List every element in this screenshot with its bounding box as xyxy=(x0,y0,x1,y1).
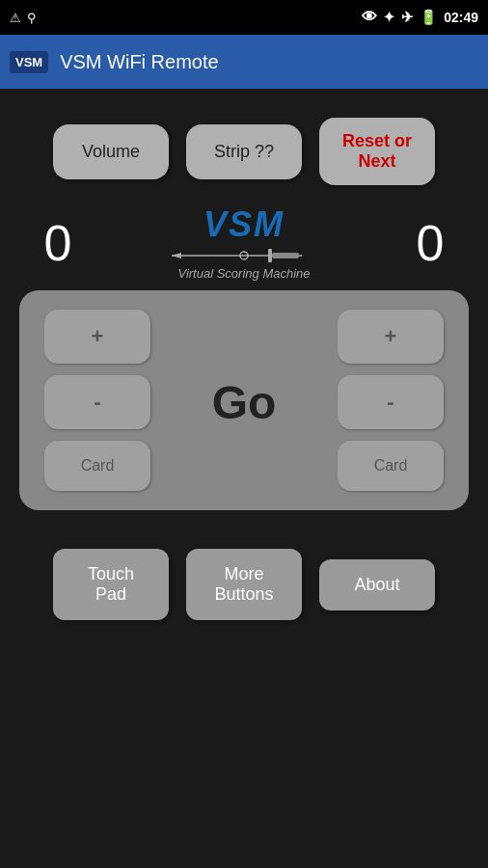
timer-center: ·:-- xyxy=(160,453,328,478)
vsm-tagline: Virtual Scoring Machine xyxy=(177,266,310,281)
signal-icon: ⚠ xyxy=(10,11,21,25)
score-row: 0 VSM Virtual Scoring Machine 0 xyxy=(19,204,469,281)
right-minus-side: - xyxy=(328,375,453,429)
top-buttons-row: Volume Strip ?? Reset or Next xyxy=(53,118,435,185)
left-score: 0 xyxy=(29,214,87,272)
vsm-logo: VSM Virtual Scoring Machine xyxy=(87,204,401,281)
right-score: 0 xyxy=(401,214,459,272)
svg-marker-3 xyxy=(172,253,181,258)
panel-go-center[interactable]: Go xyxy=(160,376,328,429)
timer-display: ·:-- xyxy=(231,453,258,478)
app-logo: VSM xyxy=(10,51,48,73)
go-button[interactable]: Go xyxy=(212,376,277,429)
card-timer-row: Card ·:-- Card xyxy=(35,441,453,491)
left-plus-button[interactable]: + xyxy=(44,310,150,364)
airplane-icon: ✈ xyxy=(401,9,414,26)
reset-or-next-button[interactable]: Reset or Next xyxy=(319,118,435,185)
plus-row: + + xyxy=(35,310,453,364)
left-minus-button[interactable]: - xyxy=(44,375,150,429)
app-title: VSM WiFi Remote xyxy=(60,51,218,73)
more-buttons-button[interactable]: More Buttons xyxy=(186,549,302,620)
sword-icon xyxy=(167,245,321,266)
battery-icon: 🔋 xyxy=(420,9,438,26)
svg-rect-2 xyxy=(272,253,299,258)
eye-icon: 👁 xyxy=(362,9,377,26)
left-minus-side: - xyxy=(35,375,160,429)
right-minus-button[interactable]: - xyxy=(338,375,444,429)
vsm-logo-text: VSM xyxy=(203,204,285,245)
volume-button[interactable]: Volume xyxy=(53,124,169,179)
status-icons-left: ⚠ ⚲ xyxy=(10,11,37,25)
main-content: Volume Strip ?? Reset or Next 0 VSM xyxy=(0,89,488,639)
wifi-icon: ⚲ xyxy=(27,11,37,25)
left-card-side: Card xyxy=(35,441,160,491)
bottom-buttons-row: Touch Pad More Buttons About xyxy=(53,549,435,620)
status-icons-right: 👁 ✦ ✈ 🔋 02:49 xyxy=(362,9,478,26)
svg-rect-1 xyxy=(268,249,272,262)
right-card-side: Card xyxy=(328,441,453,491)
touch-pad-button[interactable]: Touch Pad xyxy=(53,549,169,620)
right-plus-button[interactable]: + xyxy=(338,310,444,364)
left-plus-side: + xyxy=(35,310,160,364)
right-card-button[interactable]: Card xyxy=(338,441,444,491)
left-card-button[interactable]: Card xyxy=(44,441,150,491)
about-button[interactable]: About xyxy=(319,559,435,610)
vsm-sword xyxy=(167,245,321,266)
app-bar: VSM VSM WiFi Remote xyxy=(0,35,488,89)
bluetooth-icon: ✦ xyxy=(383,9,395,26)
strip-button[interactable]: Strip ?? xyxy=(186,124,302,179)
status-bar: ⚠ ⚲ 👁 ✦ ✈ 🔋 02:49 xyxy=(0,0,488,35)
clock: 02:49 xyxy=(444,10,478,25)
control-panel: + + - Go - Card ·:-- xyxy=(19,290,469,510)
right-plus-side: + xyxy=(328,310,453,364)
minus-go-row: - Go - xyxy=(35,375,453,429)
